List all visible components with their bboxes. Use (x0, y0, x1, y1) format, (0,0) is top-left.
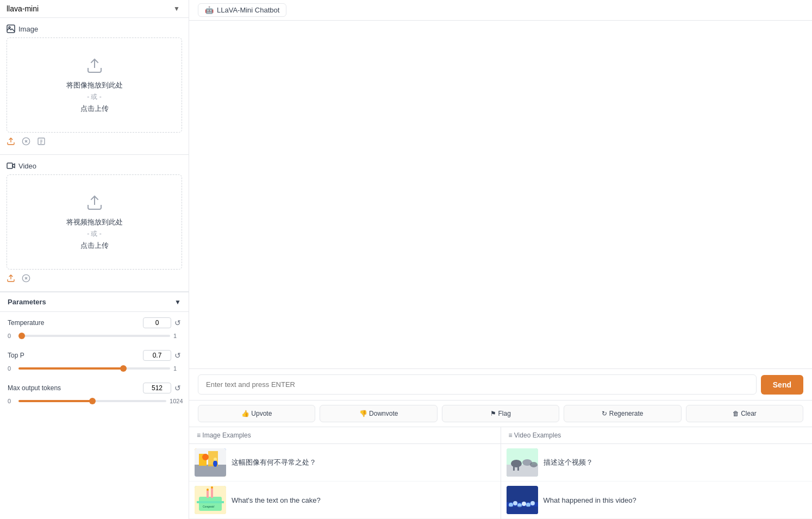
downvote-button[interactable]: 👎 Downvote (320, 405, 437, 422)
temperature-input[interactable] (143, 317, 171, 328)
video-upload-actions (0, 270, 189, 287)
video-thumb-1 (507, 448, 538, 477)
top-p-slider[interactable] (18, 367, 170, 370)
svg-point-44 (522, 502, 526, 506)
chat-input[interactable] (198, 374, 757, 395)
image-dropzone[interactable]: 将图像拖放到此处 - 或 - 点击上传 (7, 37, 182, 133)
video-example-2-text: What happened in this video? (544, 496, 807, 504)
top-p-input-row: ↺ (143, 350, 181, 361)
video-thumb-2 (507, 486, 538, 514)
temperature-input-row: ↺ (143, 317, 181, 328)
video-drag-text: 将视频拖放到此处 (66, 217, 123, 227)
parameters-section: Parameters ▼ Temperature ↺ 0 1 Top P (0, 292, 189, 410)
video-dropzone[interactable]: 将视频拖放到此处 - 或 - 点击上传 (7, 174, 182, 270)
chat-tab-label: LLaVA-Mini Chatbot (217, 6, 279, 14)
video-label: Video (0, 161, 189, 174)
image-info-icon[interactable] (37, 137, 46, 148)
svg-point-46 (530, 501, 535, 505)
svg-rect-47 (507, 507, 538, 514)
max-tokens-label: Max output tokens (8, 384, 61, 392)
max-tokens-slider[interactable] (18, 400, 166, 402)
chat-tab[interactable]: 🤖 LLaVA-Mini Chatbot (198, 3, 286, 17)
svg-rect-26 (197, 501, 224, 503)
svg-rect-18 (195, 465, 226, 477)
parameters-title: Parameters (8, 298, 46, 306)
top-p-label: Top P (8, 352, 24, 359)
image-example-2[interactable]: Congrats! What's the text on the cake? (189, 482, 501, 519)
image-examples-col: ≡ Image Examples 这幅图像 (189, 427, 501, 519)
parameters-collapse-button[interactable]: ▼ (174, 298, 181, 306)
max-tokens-slider-row: 0 1024 (8, 397, 181, 408)
svg-rect-29 (211, 488, 213, 498)
max-tokens-reset-button[interactable]: ↺ (174, 384, 181, 392)
video-example-1[interactable]: 描述这个视频？ (501, 444, 813, 482)
image-upload-icon[interactable] (7, 137, 15, 148)
action-buttons: 👍 Upvote 👎 Downvote ⚑ Flag ↻ Regenerate … (189, 400, 812, 427)
image-or-text: - 或 - (87, 92, 102, 102)
image-clear-icon[interactable] (22, 137, 30, 148)
flag-button[interactable]: ⚑ Flag (442, 405, 559, 422)
video-example-2[interactable]: What happened in this video? (501, 482, 813, 519)
video-examples-col: ≡ Video Examples 描述这个视频？ (501, 427, 813, 519)
top-p-slider-row: 0 1 (8, 364, 181, 375)
svg-point-45 (526, 503, 530, 507)
video-upload-icon (86, 194, 103, 215)
temperature-label-row: Temperature ↺ (8, 317, 181, 328)
video-clear-icon[interactable] (22, 274, 30, 285)
clear-button[interactable]: 🗑 Clear (686, 405, 803, 422)
video-examples-header-label: ≡ Video Examples (509, 432, 561, 439)
image-thumb-1 (195, 448, 226, 477)
top-p-input[interactable] (143, 350, 171, 361)
max-tokens-input[interactable] (143, 383, 171, 393)
image-example-2-text: What's the text on the cake? (232, 496, 495, 504)
upvote-button[interactable]: 👍 Upvote (198, 405, 315, 422)
main-chat-area: 🤖 LLaVA-Mini Chatbot Send 👍 Upvote 👎 Dow… (189, 0, 812, 519)
svg-rect-25 (199, 497, 222, 511)
image-example-1-text: 这幅图像有何不寻常之处？ (232, 458, 495, 467)
image-example-1[interactable]: 这幅图像有何不寻常之处？ (189, 444, 501, 482)
svg-point-23 (214, 458, 217, 461)
svg-text:Congrats!: Congrats! (203, 505, 215, 508)
video-click-text: 点击上传 (80, 241, 109, 251)
image-thumb-2: Congrats! (195, 486, 226, 514)
max-tokens-max: 1024 (170, 398, 181, 404)
top-p-reset-button[interactable]: ↺ (174, 351, 181, 360)
image-examples-header-label: ≡ Image Examples (197, 432, 251, 439)
examples-area: ≡ Image Examples 这幅图像 (189, 427, 812, 519)
chat-input-area: Send (189, 368, 812, 400)
send-button[interactable]: Send (761, 375, 803, 395)
temperature-min: 0 (8, 333, 15, 339)
svg-point-21 (202, 454, 209, 460)
upload-icon (86, 57, 103, 78)
top-p-row: Top P ↺ 0 1 (0, 345, 189, 377)
image-click-text: 点击上传 (80, 104, 109, 114)
model-selector-row: llava-mini ▼ (0, 0, 189, 18)
regenerate-button[interactable]: ↻ Regenerate (564, 405, 681, 422)
image-examples-header: ≡ Image Examples (189, 427, 501, 444)
video-upload-section: Video 将视频拖放到此处 - 或 - 点击上传 (0, 155, 189, 292)
model-select[interactable]: llava-mini (7, 4, 182, 13)
svg-point-42 (513, 501, 517, 505)
chatbot-icon: 🤖 (205, 6, 214, 14)
top-p-max: 1 (173, 365, 181, 372)
svg-point-34 (511, 460, 522, 467)
video-upload-action-icon[interactable] (7, 274, 15, 285)
sidebar: llava-mini ▼ Image 将图像拖放到此处 - 或 - (0, 0, 189, 519)
svg-rect-37 (513, 466, 515, 471)
temperature-max: 1 (173, 333, 181, 339)
image-upload-actions (0, 133, 189, 150)
top-p-label-row: Top P ↺ (8, 350, 181, 361)
image-upload-section: Image 将图像拖放到此处 - 或 - 点击上传 (0, 18, 189, 155)
image-section-label: Image (18, 25, 38, 33)
max-tokens-label-row: Max output tokens ↺ (8, 383, 181, 393)
video-icon (7, 161, 15, 170)
temperature-slider[interactable] (18, 335, 170, 337)
model-selector-wrapper: llava-mini ▼ (7, 4, 182, 13)
temperature-label: Temperature (8, 319, 44, 327)
temperature-reset-button[interactable]: ↺ (174, 318, 181, 327)
temperature-slider-row: 0 1 (8, 332, 181, 342)
svg-rect-38 (517, 466, 519, 471)
video-section-label: Video (18, 162, 36, 170)
video-examples-header: ≡ Video Examples (501, 427, 813, 444)
svg-rect-28 (207, 490, 209, 498)
